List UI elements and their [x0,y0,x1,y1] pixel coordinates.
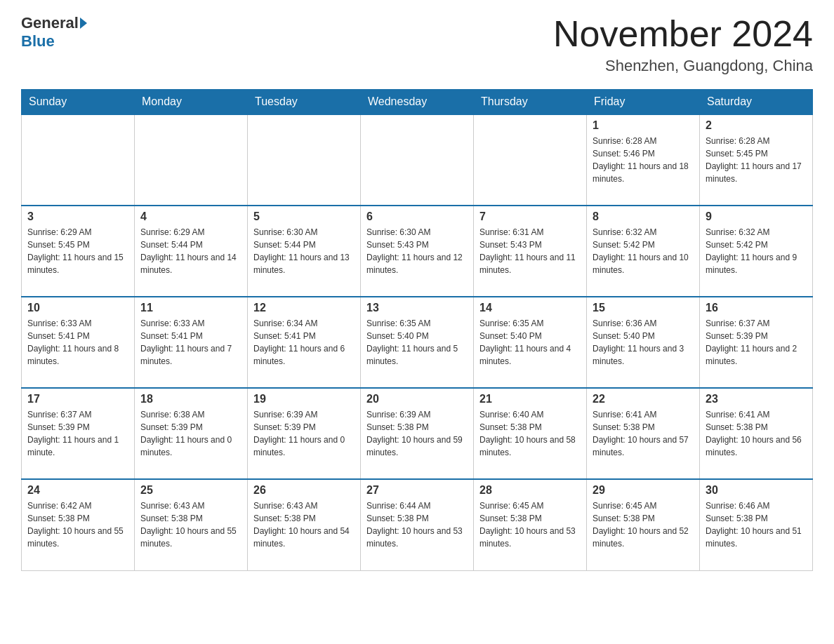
day-info: Sunrise: 6:33 AM Sunset: 5:41 PM Dayligh… [140,317,241,368]
day-info: Sunrise: 6:45 AM Sunset: 5:38 PM Dayligh… [593,499,694,550]
weekday-header-monday: Monday [135,90,248,115]
day-number: 19 [253,393,355,405]
calendar-header: SundayMondayTuesdayWednesdayThursdayFrid… [22,90,813,115]
day-number: 16 [706,302,807,314]
day-info: Sunrise: 6:42 AM Sunset: 5:38 PM Dayligh… [27,499,128,550]
calendar-cell: 2Sunrise: 6:28 AM Sunset: 5:45 PM Daylig… [700,114,813,206]
day-info: Sunrise: 6:41 AM Sunset: 5:38 PM Dayligh… [706,408,807,459]
day-number: 1 [593,119,694,132]
day-number: 22 [593,393,694,405]
calendar-cell: 9Sunrise: 6:32 AM Sunset: 5:42 PM Daylig… [700,206,813,297]
day-info: Sunrise: 6:38 AM Sunset: 5:39 PM Dayligh… [140,408,241,459]
calendar-cell: 22Sunrise: 6:41 AM Sunset: 5:38 PM Dayli… [587,388,700,479]
day-info: Sunrise: 6:30 AM Sunset: 5:43 PM Dayligh… [366,226,468,276]
calendar-cell: 27Sunrise: 6:44 AM Sunset: 5:38 PM Dayli… [361,479,474,570]
calendar-cell: 24Sunrise: 6:42 AM Sunset: 5:38 PM Dayli… [22,479,135,570]
day-info: Sunrise: 6:28 AM Sunset: 5:45 PM Dayligh… [706,135,807,185]
weekday-header-tuesday: Tuesday [248,90,361,115]
calendar-cell: 21Sunrise: 6:40 AM Sunset: 5:38 PM Dayli… [474,388,587,479]
day-info: Sunrise: 6:37 AM Sunset: 5:39 PM Dayligh… [706,317,807,368]
day-info: Sunrise: 6:43 AM Sunset: 5:38 PM Dayligh… [140,499,241,550]
weekday-header-wednesday: Wednesday [361,90,474,115]
day-number: 14 [479,302,581,314]
calendar-cell: 30Sunrise: 6:46 AM Sunset: 5:38 PM Dayli… [700,479,813,570]
day-info: Sunrise: 6:37 AM Sunset: 5:39 PM Dayligh… [27,408,128,459]
day-number: 7 [479,210,581,223]
calendar-cell: 15Sunrise: 6:36 AM Sunset: 5:40 PM Dayli… [587,297,700,388]
calendar-cell: 28Sunrise: 6:45 AM Sunset: 5:38 PM Dayli… [474,479,587,570]
logo: General Blue [21,14,88,51]
calendar-cell: 23Sunrise: 6:41 AM Sunset: 5:38 PM Dayli… [700,388,813,479]
day-number: 20 [366,393,468,405]
calendar-cell: 4Sunrise: 6:29 AM Sunset: 5:44 PM Daylig… [135,206,248,297]
day-number: 27 [366,484,468,497]
calendar-week-row: 24Sunrise: 6:42 AM Sunset: 5:38 PM Dayli… [22,479,813,570]
calendar-cell [135,114,248,206]
weekday-header-friday: Friday [587,90,700,115]
calendar-cell: 11Sunrise: 6:33 AM Sunset: 5:41 PM Dayli… [135,297,248,388]
day-number: 8 [593,210,694,223]
location-subtitle: Shenzhen, Guangdong, China [553,57,813,75]
day-number: 5 [253,210,355,223]
calendar-cell: 6Sunrise: 6:30 AM Sunset: 5:43 PM Daylig… [361,206,474,297]
calendar-cell: 10Sunrise: 6:33 AM Sunset: 5:41 PM Dayli… [22,297,135,388]
day-number: 26 [253,484,355,497]
title-section: November 2024 Shenzhen, Guangdong, China [553,14,813,75]
day-number: 18 [140,393,241,405]
day-info: Sunrise: 6:44 AM Sunset: 5:38 PM Dayligh… [366,499,468,550]
calendar-cell [474,114,587,206]
logo-general-text: General [21,14,79,32]
calendar-cell: 26Sunrise: 6:43 AM Sunset: 5:38 PM Dayli… [248,479,361,570]
day-number: 25 [140,484,241,497]
day-number: 23 [706,393,807,405]
day-number: 2 [706,119,807,132]
calendar-week-row: 1Sunrise: 6:28 AM Sunset: 5:46 PM Daylig… [22,114,813,206]
calendar-cell: 5Sunrise: 6:30 AM Sunset: 5:44 PM Daylig… [248,206,361,297]
weekday-header-row: SundayMondayTuesdayWednesdayThursdayFrid… [22,90,813,115]
calendar-cell: 25Sunrise: 6:43 AM Sunset: 5:38 PM Dayli… [135,479,248,570]
day-number: 15 [593,302,694,314]
calendar-body: 1Sunrise: 6:28 AM Sunset: 5:46 PM Daylig… [22,114,813,570]
calendar-cell: 18Sunrise: 6:38 AM Sunset: 5:39 PM Dayli… [135,388,248,479]
day-number: 12 [253,302,355,314]
day-info: Sunrise: 6:29 AM Sunset: 5:45 PM Dayligh… [27,226,128,276]
day-info: Sunrise: 6:41 AM Sunset: 5:38 PM Dayligh… [593,408,694,459]
month-title: November 2024 [553,14,813,54]
weekday-header-sunday: Sunday [22,90,135,115]
calendar-cell: 16Sunrise: 6:37 AM Sunset: 5:39 PM Dayli… [700,297,813,388]
calendar-cell [248,114,361,206]
day-info: Sunrise: 6:36 AM Sunset: 5:40 PM Dayligh… [593,317,694,368]
calendar-cell: 29Sunrise: 6:45 AM Sunset: 5:38 PM Dayli… [587,479,700,570]
calendar-cell: 17Sunrise: 6:37 AM Sunset: 5:39 PM Dayli… [22,388,135,479]
calendar-cell: 3Sunrise: 6:29 AM Sunset: 5:45 PM Daylig… [22,206,135,297]
calendar-cell: 7Sunrise: 6:31 AM Sunset: 5:43 PM Daylig… [474,206,587,297]
calendar-cell: 19Sunrise: 6:39 AM Sunset: 5:39 PM Dayli… [248,388,361,479]
day-info: Sunrise: 6:31 AM Sunset: 5:43 PM Dayligh… [479,226,581,276]
day-info: Sunrise: 6:35 AM Sunset: 5:40 PM Dayligh… [479,317,581,368]
day-info: Sunrise: 6:39 AM Sunset: 5:38 PM Dayligh… [366,408,468,459]
day-info: Sunrise: 6:46 AM Sunset: 5:38 PM Dayligh… [706,499,807,550]
calendar-table: SundayMondayTuesdayWednesdayThursdayFrid… [21,89,813,571]
day-number: 28 [479,484,581,497]
day-info: Sunrise: 6:29 AM Sunset: 5:44 PM Dayligh… [140,226,241,276]
calendar-cell: 8Sunrise: 6:32 AM Sunset: 5:42 PM Daylig… [587,206,700,297]
day-number: 17 [27,393,128,405]
page-header: General Blue November 2024 Shenzhen, Gua… [21,14,813,75]
day-info: Sunrise: 6:28 AM Sunset: 5:46 PM Dayligh… [593,135,694,185]
weekday-header-thursday: Thursday [474,90,587,115]
day-info: Sunrise: 6:35 AM Sunset: 5:40 PM Dayligh… [366,317,468,368]
calendar-cell [361,114,474,206]
day-number: 24 [27,484,128,497]
weekday-header-saturday: Saturday [700,90,813,115]
day-number: 13 [366,302,468,314]
calendar-week-row: 3Sunrise: 6:29 AM Sunset: 5:45 PM Daylig… [22,206,813,297]
day-info: Sunrise: 6:33 AM Sunset: 5:41 PM Dayligh… [27,317,128,368]
calendar-cell: 14Sunrise: 6:35 AM Sunset: 5:40 PM Dayli… [474,297,587,388]
day-number: 4 [140,210,241,223]
day-number: 30 [706,484,807,497]
day-number: 11 [140,302,241,314]
day-number: 6 [366,210,468,223]
calendar-cell: 12Sunrise: 6:34 AM Sunset: 5:41 PM Dayli… [248,297,361,388]
day-number: 21 [479,393,581,405]
day-info: Sunrise: 6:34 AM Sunset: 5:41 PM Dayligh… [253,317,355,368]
